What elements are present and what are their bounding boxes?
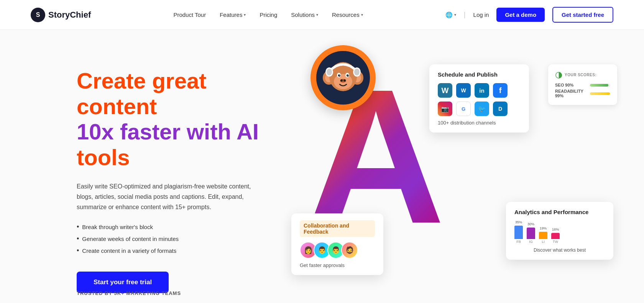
bar-val-1: 35% (515, 220, 522, 224)
logo-text: StoryChief (48, 10, 91, 20)
start-trial-button[interactable]: Start your free trial (77, 272, 169, 293)
nav-solutions[interactable]: Solutions ▾ (291, 11, 318, 18)
bar-val-2: 30% (527, 222, 534, 226)
scores-gauge: ◑ YOUR SCORES: (555, 70, 610, 80)
resources-chevron-icon: ▾ (361, 13, 363, 17)
logo[interactable]: S StoryChief (31, 8, 91, 22)
logo-icon: S (31, 8, 45, 22)
seo-score-label: SEO 90% (555, 83, 588, 87)
facebook-icon: f (493, 83, 508, 98)
twitter-icon: 🐦 (475, 102, 489, 116)
analytics-bar-4: 16% TW (551, 228, 560, 244)
features-chevron-icon: ▾ (244, 13, 246, 17)
linkedin-icon: in (475, 83, 489, 98)
nav-features[interactable]: Features ▾ (220, 11, 246, 18)
navbar: S StoryChief Product Tour Features ▾ Pri… (0, 0, 644, 30)
bullet-3: Create content in a variety of formats (77, 247, 276, 255)
nav-separator: | (464, 11, 466, 19)
solutions-chevron-icon: ▾ (316, 13, 318, 17)
bar-val-3: 19% (540, 226, 547, 230)
hero-content: Create great content 10x faster with AI … (77, 53, 276, 293)
seo-score-row: SEO 90% (555, 83, 610, 87)
globe-chevron-icon: ▾ (454, 13, 456, 17)
nav-right: 🌐 ▾ | Log in Get a demo Get started free (445, 7, 613, 23)
language-selector[interactable]: 🌐 ▾ (445, 11, 456, 18)
readability-bar (590, 92, 610, 95)
hero-description: Easily write SEO-optimized and plagiaris… (77, 181, 253, 213)
hero-visual: A (276, 53, 613, 290)
analytics-card: Analytics and Performance 35% FB 30% IG … (506, 202, 613, 260)
globe-icon: 🌐 (445, 11, 453, 18)
hero-title-line1: Create great content (77, 68, 276, 119)
bullet-2: Generate weeks of content in minutes (77, 235, 276, 243)
svg-point-17 (348, 75, 348, 75)
readability-score-label: READABILITY 99% (555, 89, 588, 98)
scores-card: ◑ YOUR SCORES: SEO 90% READABILITY 99% (548, 64, 617, 105)
bar-val-4: 16% (552, 228, 559, 231)
trusted-badge: TRUSTED BY 5K+ MARKETING TEAMS (77, 290, 181, 296)
svg-point-9 (327, 69, 332, 75)
hero-section: Create great content 10x faster with AI … (0, 30, 644, 303)
schedule-icons: W W in f 📷 G 🐦 D (438, 83, 521, 116)
nav-links: Product Tour Features ▾ Pricing Solution… (173, 11, 363, 18)
mascot-svg (322, 57, 364, 99)
hero-title-line2: 10x faster with AI (77, 119, 276, 145)
collab-subtitle: Get faster approvals (300, 262, 375, 268)
bullet-1: Break through writer's block (77, 223, 276, 231)
readability-score-row: READABILITY 99% (555, 89, 610, 98)
mascot-inner (316, 51, 370, 105)
nav-resources[interactable]: Resources ▾ (332, 11, 363, 18)
analytics-card-title: Analytics and Performance (514, 209, 605, 215)
svg-text:S: S (36, 11, 40, 18)
svg-point-19 (340, 79, 343, 82)
analytics-subtitle: Discover what works best (514, 247, 605, 253)
scores-label: YOUR SCORES: (565, 73, 596, 77)
analytics-bars: 35% FB 30% IG 19% LI 16% TW (514, 221, 605, 244)
schedule-card: Schedule and Publish W W in f 📷 G 🐦 D 10… (429, 64, 529, 133)
svg-point-20 (343, 79, 346, 82)
svg-point-10 (354, 69, 360, 75)
hero-bullets: Break through writer's block Generate we… (77, 223, 276, 255)
collab-avatars: 👩 👨 👨 🧔 (300, 242, 375, 259)
seo-bar (590, 84, 608, 87)
bar-4 (551, 233, 560, 239)
seo-bar-wrap (590, 84, 610, 87)
wordpress-icon: W (438, 83, 452, 98)
schedule-card-title: Schedule and Publish (438, 71, 521, 78)
wix-icon: W (456, 83, 471, 98)
nav-pricing[interactable]: Pricing (260, 11, 277, 18)
analytics-bar-1: 35% FB (514, 220, 523, 244)
svg-point-14 (338, 74, 340, 77)
svg-point-15 (347, 74, 349, 77)
hero-title-line3: tools (77, 145, 276, 170)
readability-bar-wrap (590, 92, 610, 95)
drupal-icon: D (493, 102, 508, 116)
bar-2 (527, 228, 535, 239)
gauge-icon: ◑ (555, 70, 562, 80)
collab-card-title: Collaboration and Feedback (300, 220, 375, 237)
nav-product-tour[interactable]: Product Tour (173, 11, 206, 18)
analytics-bar-2: 30% IG (527, 222, 535, 244)
google-icon: G (456, 102, 471, 116)
get-started-button[interactable]: Get started free (552, 7, 613, 23)
analytics-bar-3: 19% LI (539, 226, 547, 244)
get-demo-button[interactable]: Get a demo (496, 8, 545, 22)
mascot-circle (310, 45, 376, 110)
svg-point-16 (339, 75, 340, 75)
bar-1 (514, 226, 523, 239)
login-link[interactable]: Log in (473, 11, 489, 18)
collab-card: Collaboration and Feedback 👩 👨 👨 🧔 Get f… (291, 213, 383, 275)
schedule-channels: 100+ distribution channels (438, 120, 521, 126)
bar-3 (539, 232, 547, 239)
avatar-4: 🧔 (341, 242, 358, 259)
instagram-icon: 📷 (438, 102, 452, 116)
hero-title: Create great content 10x faster with AI … (77, 68, 276, 170)
